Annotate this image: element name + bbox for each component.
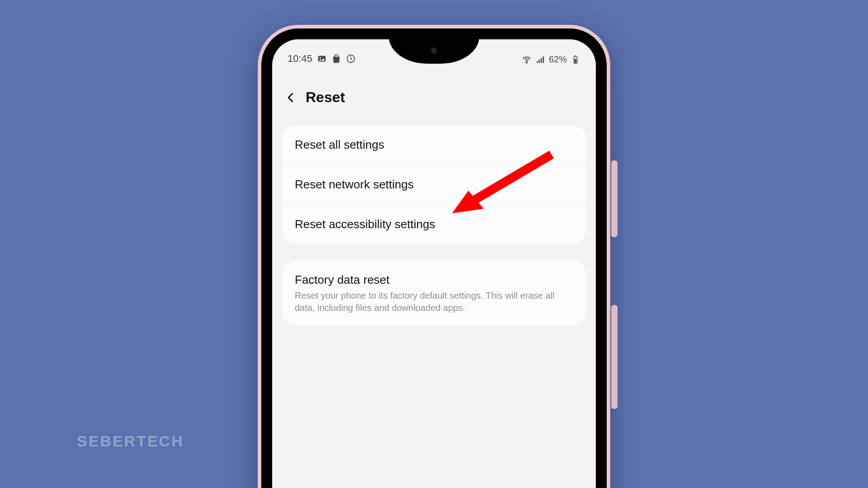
phone-power-button (611, 160, 618, 237)
svg-point-1 (320, 57, 321, 59)
phone-bezel: 10:45 (261, 28, 607, 488)
row-label: Factory data reset (295, 273, 573, 287)
phone-screen: 10:45 (272, 39, 596, 488)
page-title: Reset (306, 89, 345, 106)
svg-point-3 (526, 62, 527, 63)
shopping-bag-icon (331, 54, 341, 64)
battery-icon (571, 55, 580, 65)
row-label: Reset accessibility settings (295, 217, 435, 231)
factory-data-reset-row[interactable]: Factory data reset Reset your phone to i… (282, 260, 586, 326)
reset-all-settings-row[interactable]: Reset all settings (282, 125, 586, 164)
image-icon (317, 54, 327, 64)
page-header: Reset (272, 89, 596, 106)
svg-rect-6 (541, 58, 542, 63)
phone-frame: 10:45 (258, 25, 610, 488)
factory-reset-group: Factory data reset Reset your phone to i… (282, 260, 586, 326)
svg-rect-9 (575, 59, 577, 63)
settings-content: Reset all settings Reset network setting… (282, 125, 586, 342)
status-time: 10:45 (288, 53, 312, 65)
svg-rect-7 (542, 56, 544, 63)
cellular-signal-icon (535, 55, 545, 65)
watermark-text: SEBERTECH (77, 432, 184, 450)
phone-volume-button (611, 305, 618, 409)
reset-network-settings-row[interactable]: Reset network settings (282, 164, 586, 204)
reset-accessibility-settings-row[interactable]: Reset accessibility settings (282, 204, 586, 244)
front-camera (430, 47, 438, 55)
back-button[interactable] (284, 91, 297, 104)
row-label: Reset all settings (295, 138, 384, 151)
row-label: Reset network settings (295, 178, 414, 191)
chevron-left-icon (284, 91, 297, 104)
svg-rect-5 (538, 60, 540, 63)
svg-rect-4 (537, 61, 538, 63)
sync-icon (346, 54, 356, 64)
battery-percentage: 62% (549, 54, 567, 65)
svg-rect-10 (575, 55, 576, 56)
row-subtitle: Reset your phone to its factory default … (295, 290, 573, 314)
wifi-icon (522, 55, 532, 65)
reset-options-group: Reset all settings Reset network setting… (282, 125, 586, 244)
